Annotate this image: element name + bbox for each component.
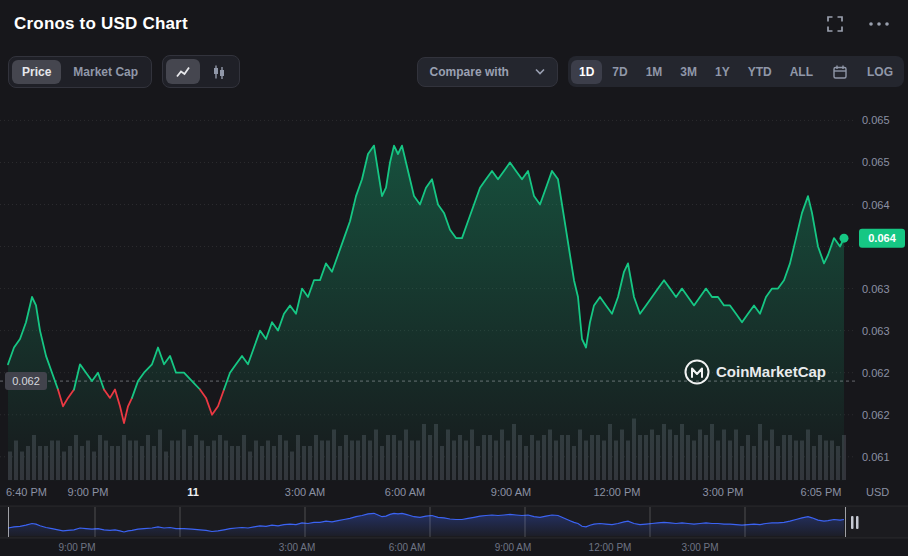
chart-toolbar: Price Market Cap Compare with xyxy=(0,55,908,88)
line-chart-type-button[interactable] xyxy=(166,59,200,84)
price-toggle-button[interactable]: Price xyxy=(12,60,61,84)
price-area-fill xyxy=(8,146,844,481)
svg-text:0.061: 0.061 xyxy=(862,451,890,463)
svg-text:3:00 PM: 3:00 PM xyxy=(703,486,744,498)
metric-toggle-group: Price Market Cap xyxy=(8,56,152,88)
svg-text:9:00 PM: 9:00 PM xyxy=(68,486,109,498)
svg-text:11: 11 xyxy=(187,486,199,498)
svg-text:0.063: 0.063 xyxy=(862,325,890,337)
timeframe-7d-button[interactable]: 7D xyxy=(604,60,635,84)
timeframe-1d-button[interactable]: 1D xyxy=(571,60,602,84)
svg-text:0.064: 0.064 xyxy=(862,199,890,211)
chevron-down-icon xyxy=(535,68,545,75)
fullscreen-icon xyxy=(826,15,844,33)
candlestick-icon xyxy=(211,64,227,80)
more-options-button[interactable] xyxy=(864,17,894,31)
svg-text:0.065: 0.065 xyxy=(862,156,890,168)
svg-text:6:05 PM: 6:05 PM xyxy=(801,486,842,498)
calendar-icon xyxy=(832,64,848,80)
chart-page: 0.062 CoinMarketCap 0.0650.0650.0640.063… xyxy=(0,0,908,556)
more-options-icon xyxy=(868,21,890,27)
svg-text:12:00 PM: 12:00 PM xyxy=(593,486,640,498)
svg-text:3:00 AM: 3:00 AM xyxy=(285,486,325,498)
watermark-text: CoinMarketCap xyxy=(716,363,826,380)
date-range-picker-button[interactable] xyxy=(823,59,857,84)
compare-with-button[interactable]: Compare with xyxy=(417,57,558,87)
chart-header: Cronos to USD Chart xyxy=(0,0,908,48)
log-scale-button[interactable]: LOG xyxy=(859,60,901,84)
line-chart-icon xyxy=(175,64,191,80)
candlestick-chart-type-button[interactable] xyxy=(202,59,236,84)
fullscreen-button[interactable] xyxy=(822,11,848,37)
market-cap-toggle-button[interactable]: Market Cap xyxy=(63,60,148,84)
range-navigator[interactable]: 9:00 PM3:00 AM6:00 AM9:00 AM12:00 PM3:00… xyxy=(0,506,908,553)
timeframe-group: 1D 7D 1M 3M 1Y YTD ALL LOG xyxy=(568,56,904,87)
svg-text:0.065: 0.065 xyxy=(862,114,890,126)
svg-text:9:00 AM: 9:00 AM xyxy=(495,542,532,553)
page-title: Cronos to USD Chart xyxy=(14,14,188,34)
timeframe-ytd-button[interactable]: YTD xyxy=(740,60,780,84)
svg-text:3:00 PM: 3:00 PM xyxy=(681,542,718,553)
svg-text:9:00 AM: 9:00 AM xyxy=(491,486,531,498)
timeframe-3m-button[interactable]: 3M xyxy=(672,60,705,84)
svg-text:0.062: 0.062 xyxy=(12,375,40,387)
svg-text:USD: USD xyxy=(866,486,889,498)
chart-type-toggle-group xyxy=(162,55,240,88)
svg-text:0.062: 0.062 xyxy=(862,409,890,421)
timeframe-1y-button[interactable]: 1Y xyxy=(707,60,738,84)
svg-text:12:00 PM: 12:00 PM xyxy=(589,542,632,553)
svg-text:0.064: 0.064 xyxy=(868,232,896,244)
timeframe-all-button[interactable]: ALL xyxy=(782,60,821,84)
current-price-marker: 0.064 xyxy=(840,229,906,248)
svg-text:9:00 PM: 9:00 PM xyxy=(58,542,95,553)
svg-text:3:00 AM: 3:00 AM xyxy=(279,542,316,553)
svg-text:0.063: 0.063 xyxy=(862,283,890,295)
timeframe-1m-button[interactable]: 1M xyxy=(638,60,671,84)
compare-with-label: Compare with xyxy=(430,66,509,78)
svg-text:6:40 PM: 6:40 PM xyxy=(6,486,47,498)
svg-text:6:00 AM: 6:00 AM xyxy=(389,542,426,553)
svg-text:6:00 AM: 6:00 AM xyxy=(385,486,425,498)
svg-text:0.062: 0.062 xyxy=(862,367,890,379)
